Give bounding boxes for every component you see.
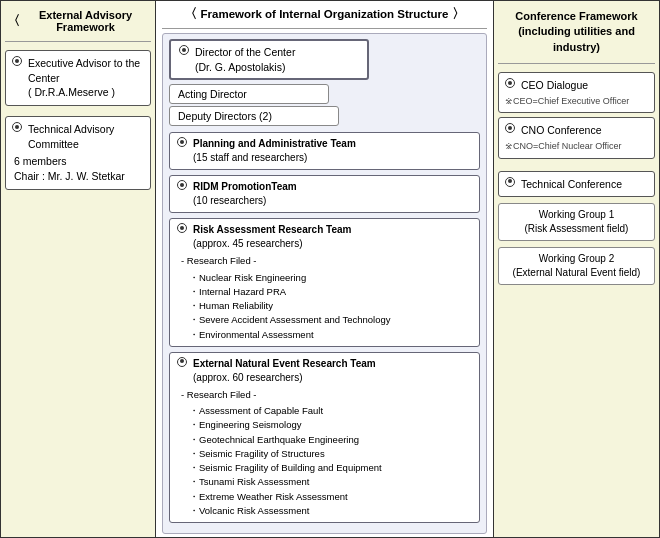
acting-director-box: Acting Director	[169, 84, 329, 104]
team4-subtitle: (approx. 60 researchers)	[193, 371, 376, 385]
list-item: Geotechnical Earthquake Engineering	[189, 433, 472, 447]
wg2-field: (External Natural Event field)	[505, 266, 648, 280]
wg2-label: Working Group 2	[505, 252, 648, 266]
ceo-title: CEO Dialogue	[521, 78, 588, 93]
deputy-directors-box: Deputy Directors (2)	[169, 106, 339, 126]
left-header-text: External Advisory Framework	[22, 9, 149, 33]
team3-bullet	[177, 223, 187, 233]
exec-advisor-title: Executive Advisor to the Center	[28, 56, 144, 85]
tech-conf-section: Technical Conference Working Group 1 (Ri…	[498, 171, 655, 286]
tech-conf-title: Technical Conference	[521, 177, 622, 192]
arrow-left-icon: 〈	[7, 12, 20, 30]
team3-title: Risk Assessment Research Team	[193, 224, 351, 235]
team1-bullet	[177, 137, 187, 147]
middle-header-text: Framework of Internal Organization Struc…	[201, 8, 449, 20]
list-item: Tsunami Risk Assessment	[189, 475, 472, 489]
team4-bullet	[177, 357, 187, 367]
cno-bullet	[505, 123, 515, 133]
list-item: Human Reliability	[189, 299, 472, 313]
left-column: 〈 External Advisory Framework Executive …	[1, 1, 156, 537]
director-bullet	[179, 45, 189, 55]
list-item: Extreme Weather Risk Assessment	[189, 490, 472, 504]
ridm-team-box: RIDM PromotionTeam (10 researchers)	[169, 175, 480, 213]
team2-title: RIDM PromotionTeam	[193, 181, 297, 192]
planning-team-box: Planning and Administrative Team (15 sta…	[169, 132, 480, 170]
team1-subtitle: (15 staff and researchers)	[193, 151, 356, 165]
wg1-label: Working Group 1	[505, 208, 648, 222]
list-item: Severe Accident Assessment and Technolog…	[189, 313, 472, 327]
director-name: (Dr. G. Apostolakis)	[195, 60, 295, 75]
tech-advisory-title: Technical Advisory Committee	[28, 122, 144, 151]
right-header-text: Conference Framework(including utilities…	[515, 10, 637, 53]
risk-assessment-team-box: Risk Assessment Research Team (approx. 4…	[169, 218, 480, 347]
right-header: Conference Framework(including utilities…	[498, 5, 655, 64]
technical-conference-box: Technical Conference	[498, 171, 655, 198]
bullet-icon-2	[12, 122, 22, 132]
cno-conference-box: CNO Conference ※CNO=Chief Nuclear Office…	[498, 117, 655, 158]
acting-director-label: Acting Director	[178, 88, 247, 100]
ceo-note: ※CEO=Chief Executive Officer	[505, 95, 648, 108]
left-header: 〈 External Advisory Framework	[5, 5, 151, 42]
working-group-1-box: Working Group 1 (Risk Assessment field)	[498, 203, 655, 241]
list-item: Environmental Assessment	[189, 328, 472, 342]
right-column: Conference Framework(including utilities…	[494, 1, 659, 537]
team3-subtitle: (approx. 45 researchers)	[193, 237, 351, 251]
list-item: Assessment of Capable Fault	[189, 404, 472, 418]
team2-subtitle: (10 researchers)	[193, 194, 297, 208]
list-item: Volcanic Risk Assessment	[189, 504, 472, 518]
ceo-dialogue-box: CEO Dialogue ※CEO=Chief Executive Office…	[498, 72, 655, 113]
team4-fields-list: Assessment of Capable Fault Engineering …	[181, 404, 472, 518]
deputy-directors-label: Deputy Directors (2)	[178, 110, 272, 122]
team3-fields-list: Nuclear Risk Engineering Internal Hazard…	[181, 271, 472, 342]
middle-column: 〈 Framework of Internal Organization Str…	[156, 1, 494, 537]
technical-advisory-box: Technical Advisory Committee 6 members C…	[5, 116, 151, 190]
list-item: Seismic Fragility of Building and Equipm…	[189, 461, 472, 475]
team4-fields: - Research Filed - Assessment of Capable…	[177, 388, 472, 518]
org-structure: Director of the Center (Dr. G. Apostolak…	[162, 33, 487, 534]
team1-title: Planning and Administrative Team	[193, 138, 356, 149]
ceo-bullet	[505, 78, 515, 88]
cno-note: ※CNO=Chief Nuclear Officer	[505, 140, 648, 153]
list-item: Internal Hazard PRA	[189, 285, 472, 299]
tech-advisory-chair: Chair : Mr. J. W. Stetkar	[14, 169, 144, 184]
team4-fields-header: - Research Filed -	[181, 388, 472, 402]
tech-conf-bullet	[505, 177, 515, 187]
tech-advisory-members: 6 members	[14, 154, 144, 169]
list-item: Nuclear Risk Engineering	[189, 271, 472, 285]
team2-bullet	[177, 180, 187, 190]
bullet-icon	[12, 56, 22, 66]
cno-title: CNO Conference	[521, 123, 602, 138]
director-box: Director of the Center (Dr. G. Apostolak…	[169, 39, 369, 80]
team3-fields-header: - Research Filed -	[181, 254, 472, 268]
wg1-field: (Risk Assessment field)	[505, 222, 648, 236]
exec-advisor-name: ( Dr.R.A.Meserve )	[28, 85, 144, 100]
natural-event-team-box: External Natural Event Research Team (ap…	[169, 352, 480, 523]
working-group-2-box: Working Group 2 (External Natural Event …	[498, 247, 655, 285]
middle-header: 〈 Framework of Internal Organization Str…	[162, 5, 487, 29]
list-item: Engineering Seismology	[189, 418, 472, 432]
director-title: Director of the Center	[195, 45, 295, 60]
list-item: Seismic Fragility of Structures	[189, 447, 472, 461]
executive-advisor-box: Executive Advisor to the Center ( Dr.R.A…	[5, 50, 151, 106]
team4-title: External Natural Event Research Team	[193, 358, 376, 369]
main-wrapper: 〈 External Advisory Framework Executive …	[0, 0, 660, 538]
team3-fields: - Research Filed - Nuclear Risk Engineer…	[177, 254, 472, 342]
